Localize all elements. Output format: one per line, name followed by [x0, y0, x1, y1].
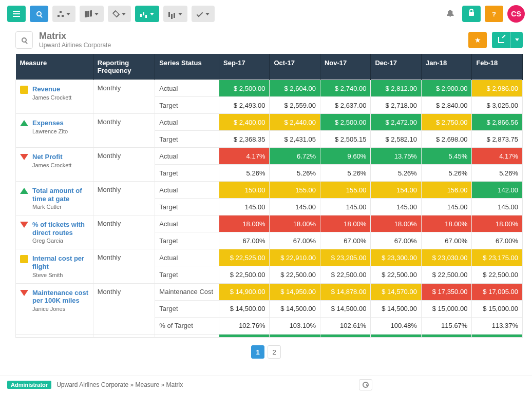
value-cell[interactable]: 18.00% — [219, 215, 269, 232]
value-cell[interactable]: $ 2,368.35 — [219, 131, 269, 148]
check-dropdown[interactable] — [192, 6, 215, 22]
help-button[interactable] — [485, 6, 503, 22]
value-cell[interactable]: $ 2,840.00 — [421, 97, 471, 114]
value-cell[interactable]: $ 23,205.00 — [320, 249, 370, 266]
value-cell[interactable]: $ 2,440.00 — [270, 114, 320, 131]
value-cell[interactable]: 145.00 — [421, 199, 471, 215]
value-cell[interactable]: 67.00% — [219, 232, 269, 249]
cube-dropdown[interactable] — [108, 6, 131, 22]
value-cell[interactable]: $ 14,500.00 — [371, 300, 421, 317]
value-cell[interactable]: $ 2,500.00 — [219, 80, 269, 97]
value-cell[interactable]: $ 15,000.00 — [472, 300, 523, 317]
value-cell[interactable]: 67.00% — [320, 232, 370, 249]
value-cell[interactable]: 145.00 — [371, 199, 421, 215]
measure-link[interactable]: % of tickets with direct routes — [32, 221, 90, 237]
page-1[interactable]: 1 — [251, 345, 264, 359]
value-cell[interactable]: $ 23,300.00 — [371, 249, 421, 266]
measure-link[interactable]: Revenue — [32, 85, 71, 93]
tree-dropdown[interactable] — [52, 6, 75, 22]
value-cell[interactable]: $ 14,500.00 — [270, 300, 320, 317]
value-cell[interactable]: $ 15,000.00 — [421, 300, 471, 317]
value-cell[interactable]: $ 22,500.00 — [472, 266, 523, 283]
value-cell[interactable]: 18.00% — [371, 215, 421, 232]
value-cell[interactable]: 5.45% — [421, 148, 471, 165]
value-cell[interactable]: $ 2,866.56 — [472, 114, 523, 131]
value-cell[interactable]: 18.00% — [320, 215, 370, 232]
menu-button[interactable] — [7, 6, 26, 22]
value-cell[interactable]: $ 2,740.00 — [320, 80, 370, 97]
value-cell[interactable]: $ 17,005.00 — [472, 283, 523, 300]
value-cell[interactable]: 18.00% — [472, 215, 523, 232]
search-button[interactable] — [30, 6, 48, 22]
value-cell[interactable]: $ 2,750.00 — [421, 114, 471, 131]
value-cell[interactable]: 18.00% — [421, 215, 471, 232]
value-cell[interactable]: $ 2,559.00 — [270, 97, 320, 114]
value-cell[interactable]: 13.75% — [371, 148, 421, 165]
value-cell[interactable]: 150.00 — [219, 182, 269, 199]
page-2[interactable]: 2 — [268, 345, 281, 359]
value-cell[interactable]: $ 2,493.00 — [219, 97, 269, 114]
value-cell[interactable]: $ 2,812.00 — [371, 80, 421, 97]
lock-button[interactable] — [462, 6, 481, 22]
value-cell[interactable]: $ 23,175.00 — [472, 249, 523, 266]
value-cell[interactable]: $ 23,030.00 — [421, 249, 471, 266]
notifications-icon[interactable]: 🔔︎ — [443, 7, 458, 22]
value-cell[interactable]: $ 2,604.00 — [270, 80, 320, 97]
value-cell[interactable]: 5.26% — [270, 165, 320, 182]
value-cell[interactable]: 5.26% — [219, 165, 269, 182]
value-cell[interactable]: $ 22,500.00 — [371, 266, 421, 283]
value-cell[interactable]: $ 2,400.00 — [219, 114, 269, 131]
measure-link[interactable]: Maintenance cost per 100K miles — [32, 289, 90, 305]
title-search-button[interactable] — [15, 31, 33, 49]
value-cell[interactable]: $ 22,500.00 — [421, 266, 471, 283]
value-cell[interactable]: 5.26% — [421, 165, 471, 182]
value-cell[interactable]: $ 3,025.00 — [472, 97, 523, 114]
value-cell[interactable]: $ 2,500.00 — [320, 114, 370, 131]
value-cell[interactable]: $ 14,500.00 — [320, 300, 370, 317]
value-cell[interactable]: 5.26% — [320, 165, 370, 182]
value-cell[interactable]: $ 2,472.00 — [371, 114, 421, 131]
value-cell[interactable]: 154.00 — [371, 182, 421, 199]
value-cell[interactable]: $ 2,986.00 — [472, 80, 523, 97]
value-cell[interactable]: 115.67% — [421, 317, 471, 334]
value-cell[interactable]: 67.00% — [270, 232, 320, 249]
measure-link[interactable]: Internal cost per flight — [32, 254, 90, 270]
value-cell[interactable]: 100.48% — [371, 317, 421, 334]
value-cell[interactable]: 155.00 — [270, 182, 320, 199]
value-cell[interactable]: 113.37% — [472, 317, 523, 334]
value-cell[interactable]: 9.60% — [320, 148, 370, 165]
value-cell[interactable]: 4.17% — [472, 148, 523, 165]
value-cell[interactable]: 103.10% — [270, 317, 320, 334]
history-button[interactable] — [359, 379, 372, 390]
value-cell[interactable]: $ 14,500.00 — [219, 300, 269, 317]
value-cell[interactable]: $ 22,500.00 — [320, 266, 370, 283]
value-cell[interactable]: 67.00% — [472, 232, 523, 249]
value-cell[interactable]: 145.00 — [320, 199, 370, 215]
value-cell[interactable]: 102.76% — [219, 317, 269, 334]
value-cell[interactable]: 4.17% — [219, 148, 269, 165]
measure-link[interactable]: Net Profit — [32, 153, 71, 161]
value-cell[interactable]: $ 2,431.05 — [270, 131, 320, 148]
value-cell[interactable]: 145.00 — [472, 199, 523, 215]
value-cell[interactable]: $ 2,873.75 — [472, 131, 523, 148]
value-cell[interactable]: $ 22,500.00 — [219, 266, 269, 283]
value-cell[interactable]: $ 14,878.00 — [320, 283, 370, 300]
value-cell[interactable]: 6.72% — [270, 148, 320, 165]
map-dropdown[interactable] — [80, 6, 104, 22]
value-cell[interactable]: $ 14,950.00 — [270, 283, 320, 300]
chart-dropdown-active[interactable] — [135, 6, 159, 22]
value-cell[interactable]: 67.00% — [421, 232, 471, 249]
value-cell[interactable]: $ 22,500.00 — [270, 266, 320, 283]
value-cell[interactable]: $ 14,570.00 — [371, 283, 421, 300]
matrix-table-wrap[interactable]: Measure Reporting Frequency Series Statu… — [15, 54, 523, 338]
value-cell[interactable]: 155.00 — [320, 182, 370, 199]
value-cell[interactable]: $ 2,718.00 — [371, 97, 421, 114]
user-avatar[interactable]: CS — [507, 5, 525, 23]
value-cell[interactable]: $ 2,582.10 — [371, 131, 421, 148]
value-cell[interactable]: 18.00% — [270, 215, 320, 232]
value-cell[interactable]: $ 22,910.00 — [270, 249, 320, 266]
measure-link[interactable]: Expenses — [32, 119, 68, 127]
value-cell[interactable]: $ 14,900.00 — [219, 283, 269, 300]
value-cell[interactable]: 145.00 — [270, 199, 320, 215]
edit-dropdown[interactable] — [510, 32, 523, 48]
